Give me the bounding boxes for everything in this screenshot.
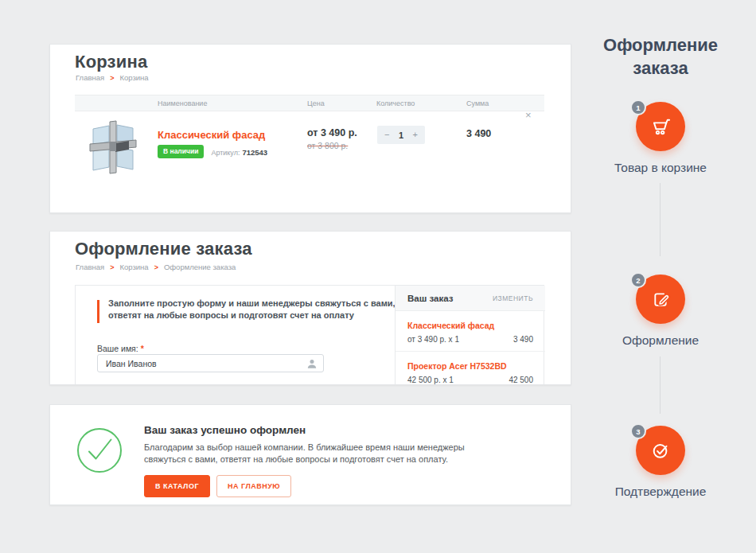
name-field (97, 354, 324, 372)
order-item-total: 42 500 (509, 376, 533, 384)
column-header-price: Цена (307, 99, 325, 107)
to-home-button[interactable]: НА ГЛАВНУЮ (216, 475, 291, 497)
breadcrumb-home[interactable]: Главная (76, 263, 104, 271)
checkout-note: Заполните простую форму и наши менеджеры… (108, 298, 401, 321)
order-item-total: 3 490 (513, 335, 533, 344)
step-number-badge: 1 (630, 99, 646, 115)
edit-order-link[interactable]: ИЗМЕНИТЬ (493, 294, 533, 302)
step-circle-wrap: 1 (636, 102, 685, 151)
breadcrumb-cart[interactable]: Корзина (119, 263, 148, 271)
step-confirmation: 3 Подтверждение (608, 426, 713, 499)
checkout-title: Оформление заказа (75, 239, 252, 259)
name-field-label: Ваше имя:* (97, 344, 144, 353)
column-header-name: Наименование (158, 99, 207, 107)
order-summary-title: Ваш заказ (407, 294, 453, 303)
success-panel: Ваш заказ успешно оформлен Благодарим за… (49, 404, 571, 505)
success-title: Ваш заказ успешно оформлен (144, 424, 306, 436)
to-catalog-button[interactable]: В КАТАЛОГ (144, 475, 210, 497)
step-label: Подтверждение (608, 485, 713, 499)
cart-table-header: Наименование Цена Количество Сумма (75, 95, 544, 111)
required-asterisk: * (141, 344, 144, 353)
divider (396, 351, 545, 352)
sku: Артикул:712543 (211, 144, 267, 158)
order-item: Классический фасад от 3 490 р. x 1 3 490 (407, 317, 533, 344)
checkout-panel: Оформление заказа Главная > Корзина > Оф… (49, 231, 571, 385)
order-item-link[interactable]: Проектор Acer H7532BD (407, 361, 507, 371)
breadcrumb-checkout: Оформление заказа (164, 263, 236, 271)
order-summary: Ваш заказ ИЗМЕНИТЬ Классический фасад от… (395, 286, 545, 385)
checkout-card: Заполните простую форму и наши менеджеры… (75, 285, 544, 385)
sku-label: Артикул: (211, 149, 240, 157)
step-checkout: 2 Оформление (608, 275, 713, 348)
order-item: Проектор Acer H7532BD 42 500 р. x 1 42 5… (407, 358, 533, 384)
chevron-right-icon: > (110, 263, 114, 271)
breadcrumb-cart: Корзина (119, 73, 148, 82)
step-connector (660, 356, 661, 414)
current-price: от 3 490 р. (307, 127, 357, 138)
stepper-title: Оформление заказа (593, 33, 728, 80)
step-number-badge: 3 (630, 423, 646, 439)
chevron-right-icon: > (154, 263, 158, 271)
quantity-decrease-button[interactable]: − (383, 129, 391, 141)
cart-panel: Корзина Главная > Корзина Наименование Ц… (49, 44, 571, 213)
step-label: Оформление (608, 333, 713, 348)
order-item-link[interactable]: Классический фасад (407, 321, 494, 330)
page-title: Корзина (75, 52, 147, 72)
success-check-icon (76, 427, 123, 473)
step-circle-wrap: 2 (636, 275, 685, 324)
order-item-row: от 3 490 р. x 1 3 490 (407, 335, 533, 344)
person-icon (306, 358, 318, 369)
order-summary-items: Классический фасад от 3 490 р. x 1 3 490… (396, 311, 545, 384)
breadcrumb: Главная > Корзина (76, 73, 149, 82)
note-accent-bar (97, 300, 99, 323)
page: Корзина Главная > Корзина Наименование Ц… (0, 0, 756, 553)
step-circle-wrap: 3 (636, 426, 685, 475)
remove-item-icon[interactable]: × (525, 110, 532, 120)
step-cart: 1 Товар в корзине (608, 102, 713, 175)
column-header-quantity: Количество (376, 99, 415, 107)
step-number-badge: 2 (630, 272, 646, 288)
column-header-sum: Сумма (466, 99, 489, 107)
old-price: от 3 800 р. (307, 141, 357, 150)
chevron-right-icon: > (110, 74, 114, 82)
order-item-qty: 42 500 р. x 1 (407, 376, 454, 384)
order-item-row: 42 500 р. x 1 42 500 (407, 376, 533, 384)
step-connector (660, 183, 661, 256)
success-message: Благодарим за выбор нашей компании. В бл… (144, 442, 502, 465)
stock-badge: В наличии (158, 145, 204, 158)
order-item-qty: от 3 490 р. x 1 (407, 335, 459, 344)
product-meta: В наличии Артикул:712543 (158, 144, 267, 158)
quantity-stepper[interactable]: − 1 + (377, 126, 425, 144)
quantity-increase-button[interactable]: + (411, 129, 419, 141)
step-label: Товар в корзине (608, 161, 713, 175)
product-link[interactable]: Классический фасад (158, 129, 265, 141)
breadcrumb: Главная > Корзина > Оформление заказа (76, 263, 236, 271)
sku-value: 712543 (242, 148, 267, 157)
name-input[interactable] (97, 354, 324, 372)
quantity-value: 1 (399, 130, 403, 140)
success-buttons: В КАТАЛОГ НА ГЛАВНУЮ (144, 475, 291, 497)
price-cell: от 3 490 р. от 3 800 р. (307, 127, 357, 150)
row-sum: 3 490 (466, 128, 491, 139)
product-image (88, 120, 138, 174)
breadcrumb-home[interactable]: Главная (76, 73, 104, 82)
order-summary-header: Ваш заказ ИЗМЕНИТЬ (396, 286, 545, 311)
